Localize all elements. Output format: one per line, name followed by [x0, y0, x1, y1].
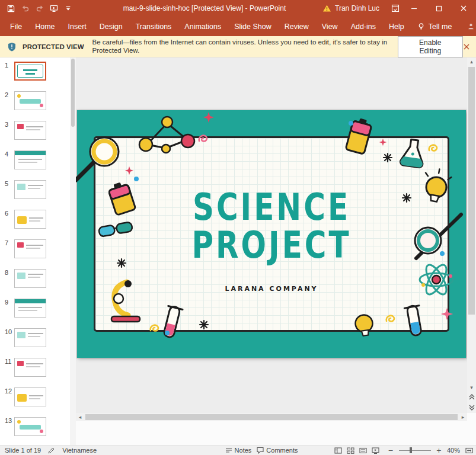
- thumbnail-scroll-thumb[interactable]: [71, 59, 75, 127]
- slide-editor[interactable]: SCIENCE PROJECT LARANA COMPANY: [77, 110, 466, 358]
- slide-thumbnail-number: 7: [0, 239, 13, 269]
- slide-thumbnail-preview[interactable]: [14, 328, 46, 347]
- slide-thumbnail-6[interactable]: 6: [0, 210, 70, 239]
- close-button[interactable]: [451, 0, 476, 17]
- slide-thumbnail-2[interactable]: 2: [0, 91, 70, 121]
- slide-thumbnail-1[interactable]: 1: [0, 62, 70, 91]
- powerpoint-window: mau-9-slide-sinh-hoc [Protected View] - …: [0, 0, 476, 455]
- notes-button[interactable]: Notes: [225, 447, 252, 454]
- slide-thumbnail-7[interactable]: 7: [0, 239, 70, 269]
- slide-thumbnail-preview[interactable]: [14, 121, 46, 140]
- notes-label: Notes: [235, 447, 252, 454]
- slide-thumbnail-13[interactable]: 13: [0, 417, 70, 445]
- slide-subtitle[interactable]: LARANA COMPANY: [77, 285, 466, 293]
- normal-view-button[interactable]: [334, 447, 342, 454]
- save-icon[interactable]: [5, 1, 17, 15]
- customize-qat-icon[interactable]: [62, 1, 74, 15]
- slide-indicator[interactable]: Slide 1 of 19: [5, 447, 41, 454]
- scroll-left-arrow[interactable]: ◂: [76, 413, 84, 421]
- horizontal-scrollbar[interactable]: ◂ ▸: [76, 413, 467, 421]
- share-button[interactable]: Share: [461, 17, 476, 36]
- ribbon-tab-home[interactable]: Home: [28, 17, 61, 36]
- vertical-scroll-thumb[interactable]: [468, 67, 475, 315]
- maximize-button[interactable]: [426, 0, 451, 17]
- next-slide-button[interactable]: [467, 402, 476, 413]
- vertical-scroll-track[interactable]: [467, 66, 476, 383]
- start-slideshow-icon[interactable]: [47, 1, 60, 15]
- slide-thumbnail-5[interactable]: 5: [0, 180, 70, 210]
- ribbon-tab-insert[interactable]: Insert: [62, 17, 93, 36]
- slide-thumbnail-number: 13: [0, 417, 13, 445]
- comments-button[interactable]: Comments: [257, 447, 298, 454]
- horizontal-scroll-thumb[interactable]: [85, 414, 458, 420]
- slide-thumbnail-preview[interactable]: [14, 91, 46, 110]
- asterisk-doodle: [200, 321, 208, 329]
- slide-thumbnail-12[interactable]: 12: [0, 387, 70, 417]
- slide-thumbnail-preview[interactable]: [14, 269, 46, 288]
- reading-view-button[interactable]: [359, 447, 367, 454]
- workspace: 12345678910111213: [0, 57, 476, 445]
- slide-thumbnail-preview[interactable]: [14, 299, 46, 318]
- star-doodle: [125, 166, 133, 175]
- ribbon-tab-design[interactable]: Design: [93, 17, 129, 36]
- tell-me-button[interactable]: Tell me: [411, 17, 459, 36]
- redo-icon[interactable]: [33, 1, 46, 15]
- zoom-slider-track: [399, 450, 431, 451]
- scroll-up-arrow[interactable]: ▴: [470, 57, 473, 66]
- language-indicator[interactable]: Vietnamese: [62, 447, 97, 454]
- slide-thumbnail-preview[interactable]: [14, 62, 46, 81]
- ribbon-display-options-icon[interactable]: [389, 1, 401, 15]
- ribbon-tab-help[interactable]: Help: [382, 17, 411, 36]
- slide-thumbnail-9[interactable]: 9: [0, 299, 70, 328]
- slide-thumbnail-number: 10: [0, 328, 13, 358]
- thumbnail-panel-scrollbar[interactable]: [70, 57, 76, 445]
- zoom-slider[interactable]: [399, 447, 431, 454]
- slide-title[interactable]: SCIENCE PROJECT: [77, 188, 466, 264]
- slide-thumbnail-4[interactable]: 4: [0, 150, 70, 180]
- scroll-down-arrow[interactable]: ▾: [470, 383, 473, 392]
- previous-slide-button[interactable]: [467, 392, 476, 402]
- zoom-level[interactable]: 40%: [447, 447, 460, 454]
- slide-thumbnail-10[interactable]: 10: [0, 328, 70, 358]
- ribbon-tab-animations[interactable]: Animations: [178, 17, 228, 36]
- ribbon-tab-review[interactable]: Review: [278, 17, 315, 36]
- slide-thumbnail-number: 11: [0, 358, 13, 387]
- ribbon-tab-slide-show[interactable]: Slide Show: [228, 17, 278, 36]
- slide-thumbnail-preview[interactable]: [14, 150, 46, 169]
- slide-thumbnail-preview[interactable]: [14, 417, 46, 436]
- slide-thumbnail-number: 9: [0, 299, 13, 328]
- zoom-in-button[interactable]: +: [436, 447, 442, 454]
- vertical-scrollbar[interactable]: ▴ ▾: [467, 57, 476, 445]
- minimize-button[interactable]: [401, 0, 426, 17]
- ribbon-tab-add-ins[interactable]: Add-ins: [344, 17, 382, 36]
- slide-thumbnail-3[interactable]: 3: [0, 121, 70, 150]
- ribbon-tab-transitions[interactable]: Transitions: [129, 17, 178, 36]
- zoom-out-button[interactable]: −: [388, 447, 394, 454]
- scroll-right-arrow[interactable]: ▸: [459, 413, 467, 421]
- tell-me-label: Tell me: [429, 23, 452, 31]
- undo-icon[interactable]: [19, 1, 31, 15]
- slide-thumbnail-preview[interactable]: [14, 358, 46, 377]
- account-info[interactable]: Tran Dinh Luc: [313, 4, 389, 12]
- close-message-bar-icon[interactable]: [463, 43, 470, 50]
- horizontal-scroll-track[interactable]: [84, 413, 459, 421]
- slide-thumbnail-preview[interactable]: [14, 180, 46, 199]
- slide-thumbnail-preview[interactable]: [14, 387, 46, 406]
- zoom-slider-thumb[interactable]: [410, 447, 412, 453]
- ribbon-tab-file[interactable]: File: [4, 17, 28, 36]
- slide-thumbnail-preview[interactable]: [14, 210, 46, 229]
- slide-thumbnail-11[interactable]: 11: [0, 358, 70, 387]
- slide-thumbnail-preview[interactable]: [14, 239, 46, 258]
- ribbon-tab-view[interactable]: View: [315, 17, 344, 36]
- spell-check-icon[interactable]: [48, 447, 55, 454]
- slide-thumbnail-number: 8: [0, 269, 13, 299]
- slide-thumbnail-8[interactable]: 8: [0, 269, 70, 299]
- warning-icon: [322, 4, 331, 12]
- slideshow-view-button[interactable]: [372, 447, 379, 454]
- fit-slide-to-window-button[interactable]: [465, 447, 473, 454]
- slide-thumbnail-number: 1: [0, 62, 13, 91]
- slide-sorter-view-button[interactable]: [347, 447, 354, 454]
- window-title: mau-9-slide-sinh-hoc [Protected View] - …: [77, 0, 332, 17]
- slide-thumbnail-number: 3: [0, 121, 13, 150]
- enable-editing-button[interactable]: Enable Editing: [398, 36, 463, 57]
